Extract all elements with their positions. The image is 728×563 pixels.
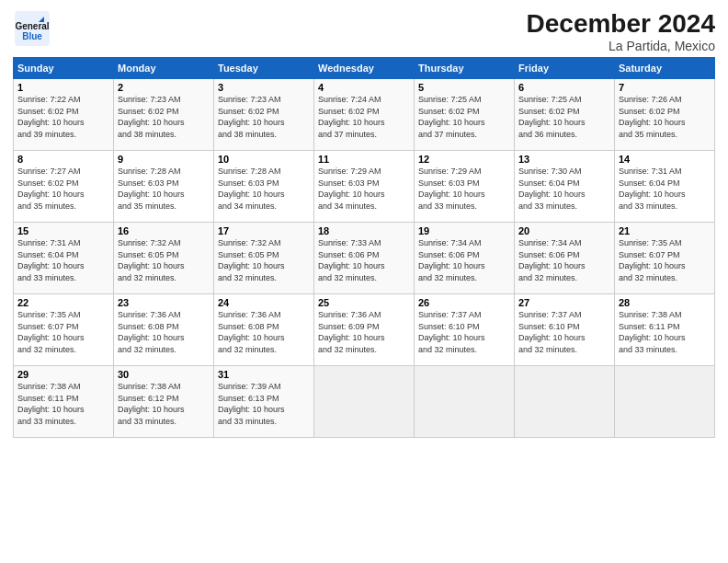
- weekday-wednesday: Wednesday: [314, 58, 415, 79]
- calendar-cell: [615, 366, 715, 438]
- day-info: Sunrise: 7:31 AM Sunset: 6:04 PM Dayligh…: [619, 166, 711, 212]
- calendar-cell: 3Sunrise: 7:23 AM Sunset: 6:02 PM Daylig…: [214, 79, 314, 151]
- weekday-thursday: Thursday: [415, 58, 515, 79]
- day-number: 21: [619, 225, 711, 236]
- calendar-cell: 5Sunrise: 7:25 AM Sunset: 6:02 PM Daylig…: [415, 79, 515, 151]
- day-info: Sunrise: 7:27 AM Sunset: 6:02 PM Dayligh…: [17, 166, 109, 212]
- weekday-friday: Friday: [515, 58, 615, 79]
- day-number: 14: [619, 154, 711, 165]
- day-info: Sunrise: 7:33 AM Sunset: 6:06 PM Dayligh…: [318, 237, 410, 283]
- day-number: 17: [218, 225, 310, 236]
- header: General Blue December 2024 La Partida, M…: [13, 9, 715, 53]
- day-info: Sunrise: 7:32 AM Sunset: 6:05 PM Dayligh…: [218, 237, 310, 283]
- day-number: 30: [118, 369, 210, 380]
- day-info: Sunrise: 7:26 AM Sunset: 6:02 PM Dayligh…: [619, 94, 711, 140]
- day-info: Sunrise: 7:34 AM Sunset: 6:06 PM Dayligh…: [418, 237, 510, 283]
- calendar-cell: 8Sunrise: 7:27 AM Sunset: 6:02 PM Daylig…: [14, 151, 114, 223]
- day-info: Sunrise: 7:30 AM Sunset: 6:04 PM Dayligh…: [518, 166, 610, 212]
- calendar-cell: 10Sunrise: 7:28 AM Sunset: 6:03 PM Dayli…: [214, 151, 314, 223]
- weekday-header-row: SundayMondayTuesdayWednesdayThursdayFrid…: [14, 58, 715, 79]
- day-number: 12: [418, 154, 510, 165]
- day-info: Sunrise: 7:38 AM Sunset: 6:12 PM Dayligh…: [118, 381, 210, 427]
- calendar-cell: 9Sunrise: 7:28 AM Sunset: 6:03 PM Daylig…: [114, 151, 214, 223]
- calendar-cell: 24Sunrise: 7:36 AM Sunset: 6:08 PM Dayli…: [214, 294, 314, 366]
- calendar-cell: [314, 366, 415, 438]
- day-number: 20: [518, 225, 610, 236]
- day-number: 24: [218, 297, 310, 308]
- day-info: Sunrise: 7:35 AM Sunset: 6:07 PM Dayligh…: [17, 309, 109, 355]
- day-info: Sunrise: 7:38 AM Sunset: 6:11 PM Dayligh…: [619, 309, 711, 355]
- day-info: Sunrise: 7:34 AM Sunset: 6:06 PM Dayligh…: [518, 237, 610, 283]
- day-info: Sunrise: 7:28 AM Sunset: 6:03 PM Dayligh…: [218, 166, 310, 212]
- calendar-cell: 17Sunrise: 7:32 AM Sunset: 6:05 PM Dayli…: [214, 223, 314, 294]
- day-info: Sunrise: 7:29 AM Sunset: 6:03 PM Dayligh…: [318, 166, 410, 212]
- day-info: Sunrise: 7:35 AM Sunset: 6:07 PM Dayligh…: [619, 237, 711, 283]
- day-number: 6: [518, 82, 610, 93]
- calendar-cell: 31Sunrise: 7:39 AM Sunset: 6:13 PM Dayli…: [214, 366, 314, 438]
- calendar-cell: 7Sunrise: 7:26 AM Sunset: 6:02 PM Daylig…: [615, 79, 715, 151]
- day-number: 8: [17, 154, 109, 165]
- day-number: 16: [118, 225, 210, 236]
- calendar-cell: [415, 366, 515, 438]
- day-info: Sunrise: 7:25 AM Sunset: 6:02 PM Dayligh…: [518, 94, 610, 140]
- svg-text:Blue: Blue: [22, 31, 42, 41]
- weekday-sunday: Sunday: [14, 58, 114, 79]
- calendar-cell: 21Sunrise: 7:35 AM Sunset: 6:07 PM Dayli…: [615, 223, 715, 294]
- logo: General Blue: [13, 9, 53, 48]
- calendar-cell: 23Sunrise: 7:36 AM Sunset: 6:08 PM Dayli…: [114, 294, 214, 366]
- day-info: Sunrise: 7:36 AM Sunset: 6:08 PM Dayligh…: [218, 309, 310, 355]
- day-number: 28: [619, 297, 711, 308]
- title-block: December 2024 La Partida, Mexico: [527, 9, 715, 53]
- weekday-saturday: Saturday: [615, 58, 715, 79]
- week-row-5: 29Sunrise: 7:38 AM Sunset: 6:11 PM Dayli…: [14, 366, 715, 438]
- calendar-cell: 14Sunrise: 7:31 AM Sunset: 6:04 PM Dayli…: [615, 151, 715, 223]
- week-row-3: 15Sunrise: 7:31 AM Sunset: 6:04 PM Dayli…: [14, 223, 715, 294]
- calendar-cell: 2Sunrise: 7:23 AM Sunset: 6:02 PM Daylig…: [114, 79, 214, 151]
- weekday-monday: Monday: [114, 58, 214, 79]
- day-number: 26: [418, 297, 510, 308]
- calendar-cell: [515, 366, 615, 438]
- week-row-4: 22Sunrise: 7:35 AM Sunset: 6:07 PM Dayli…: [14, 294, 715, 366]
- day-info: Sunrise: 7:39 AM Sunset: 6:13 PM Dayligh…: [218, 381, 310, 427]
- day-info: Sunrise: 7:37 AM Sunset: 6:10 PM Dayligh…: [418, 309, 510, 355]
- calendar-cell: 25Sunrise: 7:36 AM Sunset: 6:09 PM Dayli…: [314, 294, 415, 366]
- svg-text:General: General: [15, 21, 49, 31]
- weekday-tuesday: Tuesday: [214, 58, 314, 79]
- week-row-1: 1Sunrise: 7:22 AM Sunset: 6:02 PM Daylig…: [14, 79, 715, 151]
- calendar-cell: 26Sunrise: 7:37 AM Sunset: 6:10 PM Dayli…: [415, 294, 515, 366]
- calendar-cell: 13Sunrise: 7:30 AM Sunset: 6:04 PM Dayli…: [515, 151, 615, 223]
- day-number: 3: [218, 82, 310, 93]
- day-number: 29: [17, 369, 109, 380]
- calendar-cell: 16Sunrise: 7:32 AM Sunset: 6:05 PM Dayli…: [114, 223, 214, 294]
- day-number: 9: [118, 154, 210, 165]
- calendar-cell: 12Sunrise: 7:29 AM Sunset: 6:03 PM Dayli…: [415, 151, 515, 223]
- day-number: 19: [418, 225, 510, 236]
- day-number: 7: [619, 82, 711, 93]
- calendar-cell: 27Sunrise: 7:37 AM Sunset: 6:10 PM Dayli…: [515, 294, 615, 366]
- day-info: Sunrise: 7:24 AM Sunset: 6:02 PM Dayligh…: [318, 94, 410, 140]
- day-number: 27: [518, 297, 610, 308]
- week-row-2: 8Sunrise: 7:27 AM Sunset: 6:02 PM Daylig…: [14, 151, 715, 223]
- calendar-cell: 15Sunrise: 7:31 AM Sunset: 6:04 PM Dayli…: [14, 223, 114, 294]
- calendar-cell: 19Sunrise: 7:34 AM Sunset: 6:06 PM Dayli…: [415, 223, 515, 294]
- day-info: Sunrise: 7:36 AM Sunset: 6:09 PM Dayligh…: [318, 309, 410, 355]
- day-number: 10: [218, 154, 310, 165]
- calendar-cell: 11Sunrise: 7:29 AM Sunset: 6:03 PM Dayli…: [314, 151, 415, 223]
- day-info: Sunrise: 7:31 AM Sunset: 6:04 PM Dayligh…: [17, 237, 109, 283]
- day-info: Sunrise: 7:37 AM Sunset: 6:10 PM Dayligh…: [518, 309, 610, 355]
- calendar-subtitle: La Partida, Mexico: [527, 39, 715, 53]
- day-number: 22: [17, 297, 109, 308]
- day-number: 2: [118, 82, 210, 93]
- calendar-cell: 1Sunrise: 7:22 AM Sunset: 6:02 PM Daylig…: [14, 79, 114, 151]
- logo-icon: General Blue: [13, 9, 51, 48]
- day-info: Sunrise: 7:23 AM Sunset: 6:02 PM Dayligh…: [118, 94, 210, 140]
- day-number: 23: [118, 297, 210, 308]
- day-info: Sunrise: 7:22 AM Sunset: 6:02 PM Dayligh…: [17, 94, 109, 140]
- day-info: Sunrise: 7:36 AM Sunset: 6:08 PM Dayligh…: [118, 309, 210, 355]
- day-number: 11: [318, 154, 410, 165]
- day-number: 15: [17, 225, 109, 236]
- calendar-cell: 30Sunrise: 7:38 AM Sunset: 6:12 PM Dayli…: [114, 366, 214, 438]
- day-number: 1: [17, 82, 109, 93]
- day-number: 31: [218, 369, 310, 380]
- day-info: Sunrise: 7:29 AM Sunset: 6:03 PM Dayligh…: [418, 166, 510, 212]
